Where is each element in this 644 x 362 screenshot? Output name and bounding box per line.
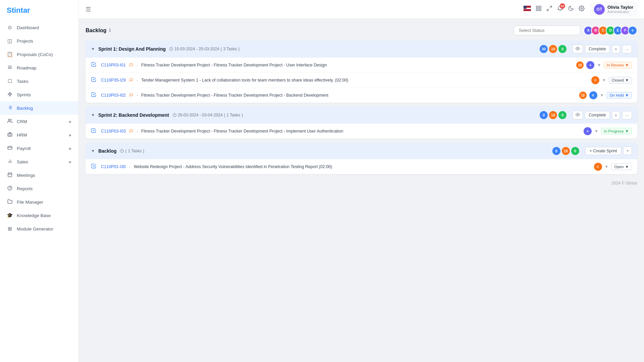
settings-icon[interactable] — [579, 5, 585, 13]
task-id-3[interactable]: C110P03-I02 — [101, 93, 126, 98]
sidebar-item-payroll[interactable]: Payroll ▶ — [0, 142, 79, 155]
sidebar-item-proposals[interactable]: 📋 Proposals (CoCo) — [0, 48, 79, 61]
knowledge-base-icon: 🎓 — [7, 212, 13, 218]
menu-toggle-button[interactable]: ☰ — [86, 6, 91, 13]
task-checkbox-3[interactable] — [91, 92, 98, 99]
sprint-2-actions: Complete + ··· — [573, 111, 632, 119]
sprints-icon — [7, 92, 13, 98]
sidebar-item-label: Sales — [17, 159, 28, 164]
notification-badge: 52 — [560, 3, 565, 9]
crm-icon — [7, 118, 13, 124]
sidebar-item-label: CRM — [17, 119, 27, 124]
chevron-down-icon-2[interactable]: ▼ — [602, 78, 606, 83]
chevron-down-icon-5[interactable]: ▼ — [605, 164, 609, 169]
add-member-button[interactable]: + — [628, 26, 637, 35]
logo-text: Stintar — [7, 6, 30, 15]
sprint-1-complete-button[interactable]: Complete — [585, 45, 609, 53]
sidebar-item-label: Meetings — [17, 173, 35, 178]
chevron-down-icon-1[interactable]: ▼ — [597, 63, 601, 67]
task-status-3[interactable]: On Hold ▼ — [606, 92, 632, 99]
clock-icon — [169, 47, 173, 51]
create-sprint-button[interactable]: + Create Sprint — [585, 147, 622, 155]
sidebar-item-label: Sprints — [17, 92, 31, 97]
task-checkbox-1[interactable] — [91, 62, 98, 68]
task-status-2[interactable]: Closed ▼ — [609, 77, 632, 84]
svg-line-26 — [550, 6, 551, 8]
flag-icon[interactable] — [524, 6, 531, 13]
task-meta-3: 10 E ▼ On Hold ▼ — [579, 91, 632, 99]
task-status-1[interactable]: In Review ▼ — [604, 62, 632, 68]
sidebar-item-module-generator[interactable]: ⊞ Module Generator — [0, 222, 79, 236]
sprint-2-more-button[interactable]: ··· — [622, 111, 632, 119]
main-content: ☰ 52 — [79, 0, 644, 362]
sprint-2-title: Sprint 2: Backend Development — [98, 112, 169, 118]
task-id-1[interactable]: C110P03-I01 — [101, 63, 126, 67]
task-avatar-2: C — [591, 76, 599, 84]
sales-arrow-icon: ▶ — [69, 160, 72, 164]
sidebar-item-file-manager[interactable]: File Manager — [0, 195, 79, 209]
sprint-2-add-button[interactable]: + — [612, 111, 621, 119]
hrm-arrow-icon: ▶ — [69, 133, 72, 137]
sidebar-item-sprints[interactable]: Sprints — [0, 88, 79, 101]
grid-icon[interactable] — [536, 5, 542, 13]
sprint-2-date: 26-03-2024 - 03-04-2024 (1 Tasks) — [172, 113, 243, 117]
svg-point-6 — [8, 119, 10, 121]
reports-icon — [7, 186, 13, 192]
sprint-1-title: Sprint 1: Design And Planning — [98, 46, 166, 52]
task-avatar-4: A — [584, 127, 592, 135]
sprint-1-view-button[interactable] — [573, 45, 583, 53]
task-checkbox-5[interactable] — [91, 163, 98, 170]
sidebar-item-projects[interactable]: ◫ Projects — [0, 34, 79, 48]
sidebar-item-label: Proposals (CoCo) — [17, 52, 53, 57]
create-sprint-label: Create Sprint — [593, 149, 617, 153]
select-status-input[interactable] — [514, 25, 580, 35]
sidebar-item-label: Reports — [17, 186, 33, 191]
user-profile[interactable]: OT Olivia Taylor Administrator — [590, 2, 637, 17]
chevron-down-icon-4[interactable]: ▼ — [594, 129, 598, 134]
sprint-2-toggle[interactable]: ▼ — [91, 113, 95, 117]
backlog-add-button[interactable]: + — [623, 147, 632, 155]
task-id-5[interactable]: C110P01-I30 — [101, 164, 126, 169]
sprint-1-more-button[interactable]: ··· — [622, 45, 632, 53]
sidebar-item-knowledge-base[interactable]: 🎓 Knowledge Base — [0, 209, 79, 222]
backlog-icon — [7, 105, 13, 111]
expand-icon[interactable] — [546, 5, 552, 13]
notification-bell-icon[interactable]: 52 — [557, 5, 563, 13]
sprint-1-add-button[interactable]: + — [612, 45, 621, 53]
task-status-5[interactable]: Open ▼ — [611, 163, 632, 170]
dark-mode-icon[interactable] — [568, 5, 574, 13]
sidebar-item-tasks[interactable]: ☐ Tasks — [0, 74, 79, 88]
topbar-icons: 52 — [524, 5, 585, 13]
chevron-down-icon-3[interactable]: ▼ — [600, 93, 604, 98]
info-icon[interactable]: ℹ — [109, 28, 111, 33]
backlog-section-toggle[interactable]: ▼ — [91, 149, 95, 153]
sidebar-item-meetings[interactable]: Meetings — [0, 168, 79, 182]
task-checkbox-4[interactable] — [91, 128, 98, 135]
sidebar-item-backlog[interactable]: Backlog — [0, 101, 79, 115]
avatar: OT — [594, 4, 605, 15]
sidebar-item-crm[interactable]: CRM ▶ — [0, 115, 79, 128]
backlog-section-header: ▼ Backlog (1 Tasks) 0 10 0 + Create Spri… — [86, 143, 637, 159]
sprint-2-complete-button[interactable]: Complete — [585, 111, 609, 119]
task-separator-2: - — [137, 78, 138, 83]
backlog-header: Backlog ℹ A B C D E F + — [86, 25, 637, 35]
sidebar-item-reports[interactable]: Reports — [0, 182, 79, 195]
task-checkbox-2[interactable] — [91, 77, 98, 84]
task-id-4[interactable]: C110P03-I03 — [101, 129, 126, 134]
sidebar: Stintar ⊙ Dashboard ◫ Projects 📋 Proposa… — [0, 0, 79, 362]
sidebar-item-label: Module Generator — [17, 226, 53, 231]
priority-badge-3: 10 — [579, 92, 587, 99]
task-title-1: Fitness Tracker Development Project - Fi… — [141, 63, 573, 67]
hrm-icon — [7, 132, 13, 138]
sprint-1-toggle[interactable]: ▼ — [91, 47, 95, 51]
sidebar-item-hrm[interactable]: HRM ▶ — [0, 128, 79, 142]
table-row: C110P03-I01 - Fitness Tracker Developmen… — [86, 57, 637, 72]
task-id-2[interactable]: C110P35-I29 — [101, 78, 126, 83]
flag-icon-task1 — [129, 63, 133, 67]
sidebar-item-sales[interactable]: Sales ▶ — [0, 155, 79, 168]
sprint-2-view-button[interactable] — [573, 111, 583, 119]
sidebar-item-dashboard[interactable]: ⊙ Dashboard — [0, 21, 79, 34]
sidebar-item-roadmap[interactable]: Roadmap — [0, 61, 79, 74]
task-status-4[interactable]: In Progress ▼ — [601, 128, 632, 135]
table-row: C110P01-I30 - Website Redesign Project -… — [86, 159, 637, 174]
